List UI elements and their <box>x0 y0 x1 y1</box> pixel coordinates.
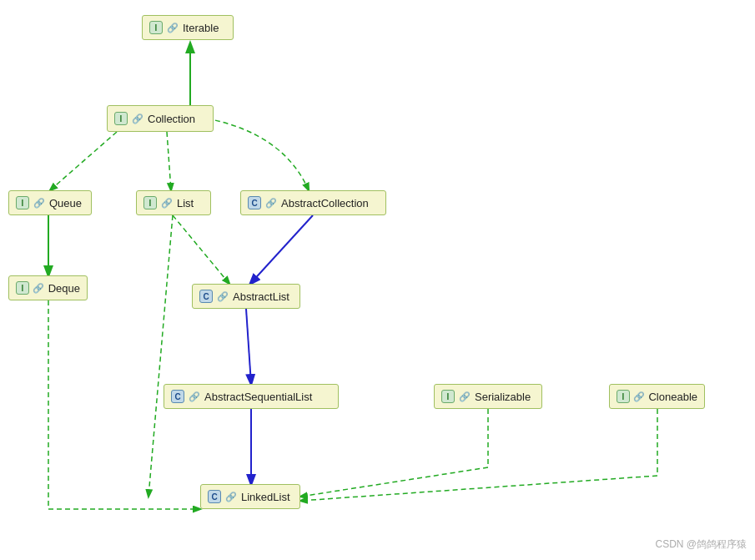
badge-serializable: I <box>441 390 455 403</box>
arrows-svg <box>0 0 755 560</box>
label-list: List <box>177 197 194 209</box>
svg-line-2 <box>167 132 171 190</box>
node-deque: I 🔗 Deque <box>8 275 88 300</box>
link-icon-queue: 🔗 <box>33 196 46 209</box>
label-queue: Queue <box>49 197 82 209</box>
node-list: I 🔗 List <box>136 190 211 215</box>
badge-deque: I <box>16 281 29 295</box>
label-cloneable: Cloneable <box>648 391 697 403</box>
diagram-container: I 🔗 Iterable I 🔗 Collection I 🔗 Queue I … <box>0 0 755 560</box>
label-serializable: Serializable <box>475 391 531 403</box>
badge-collection: I <box>114 112 128 125</box>
badge-abstractsequentiallist: C <box>171 390 184 403</box>
node-cloneable: I 🔗 Cloneable <box>609 384 705 409</box>
label-abstractcollection: AbstractCollection <box>281 197 369 209</box>
link-icon-abstractcollection: 🔗 <box>264 196 278 209</box>
badge-cloneable: I <box>617 390 630 403</box>
badge-linkedlist: C <box>208 490 221 503</box>
link-icon-iterable: 🔗 <box>166 21 179 34</box>
link-icon-serializable: 🔗 <box>458 390 471 403</box>
node-queue: I 🔗 Queue <box>8 190 92 215</box>
label-linkedlist: LinkedList <box>241 491 290 503</box>
badge-abstractlist: C <box>199 290 213 303</box>
label-deque: Deque <box>48 282 80 295</box>
node-abstractlist: C 🔗 AbstractList <box>192 284 300 309</box>
badge-abstractcollection: C <box>248 196 261 209</box>
link-icon-abstractsequentiallist: 🔗 <box>188 390 201 403</box>
link-icon-deque: 🔗 <box>33 281 45 295</box>
node-iterable: I 🔗 Iterable <box>142 15 234 40</box>
badge-list: I <box>143 196 157 209</box>
watermark: CSDN @鸽鸽程序猿 <box>655 537 747 552</box>
node-serializable: I 🔗 Serializable <box>434 384 542 409</box>
node-abstractcollection: C 🔗 AbstractCollection <box>240 190 386 215</box>
node-abstractsequentiallist: C 🔗 AbstractSequentialList <box>164 384 339 409</box>
node-linkedlist: C 🔗 LinkedList <box>200 484 300 509</box>
svg-line-6 <box>246 309 251 384</box>
label-abstractsequentiallist: AbstractSequentialList <box>204 391 312 403</box>
link-icon-list: 🔗 <box>160 196 174 209</box>
label-collection: Collection <box>148 113 195 125</box>
link-icon-collection: 🔗 <box>131 112 144 125</box>
label-iterable: Iterable <box>183 22 219 34</box>
node-collection: I 🔗 Collection <box>107 105 214 132</box>
badge-queue: I <box>16 196 29 209</box>
link-icon-abstractlist: 🔗 <box>216 290 229 303</box>
link-icon-linkedlist: 🔗 <box>224 490 238 503</box>
label-abstractlist: AbstractList <box>233 290 289 303</box>
svg-line-3 <box>250 215 313 284</box>
link-icon-cloneable: 🔗 <box>633 390 645 403</box>
svg-line-4 <box>173 215 229 284</box>
svg-line-1 <box>50 132 117 190</box>
badge-iterable: I <box>149 21 163 34</box>
